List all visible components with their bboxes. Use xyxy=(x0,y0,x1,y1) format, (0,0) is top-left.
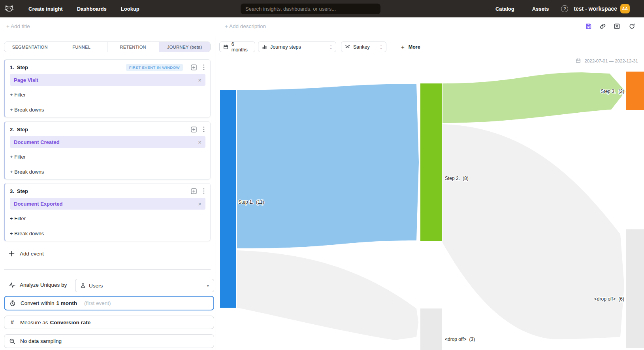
sankey-chart: Step 1.(11) Step 2.(8) Step 3.(2) <drop … xyxy=(215,66,644,350)
help-icon[interactable]: ? xyxy=(561,5,568,12)
step-card-header: 3. Step xyxy=(10,187,205,195)
date-range-button[interactable]: 6 months xyxy=(219,42,255,52)
sankey-link-step1-dropoff[interactable] xyxy=(237,250,418,340)
sankey-label-dropoff-3: <drop off>(3) xyxy=(445,337,475,342)
workspace-name[interactable]: test - workspace xyxy=(574,6,617,12)
zoom-out-icon xyxy=(9,338,15,344)
calendar-icon xyxy=(576,58,581,63)
tab-journey[interactable]: JOURNEY (beta) xyxy=(159,42,211,52)
add-breakdown-button[interactable]: + Break downs xyxy=(10,231,205,236)
refresh-icon[interactable] xyxy=(629,23,635,30)
bar-chart-icon xyxy=(262,44,267,49)
add-filter-button[interactable]: + Filter xyxy=(10,216,205,221)
chart-type-value: Sankey xyxy=(353,44,370,50)
step-number: 1. xyxy=(10,64,14,70)
tab-retention[interactable]: RETENTION xyxy=(107,42,159,52)
step-title: Step xyxy=(17,64,28,70)
tab-segmentation[interactable]: SEGMENTATION xyxy=(4,42,56,52)
insight-type-tabs: SEGMENTATION FUNNEL RETENTION JOURNEY (b… xyxy=(4,42,211,52)
event-chip-label: Document Exported xyxy=(14,201,63,207)
chart-type-select[interactable]: Sankey ⌃⌄ xyxy=(341,42,386,52)
link-icon[interactable] xyxy=(599,23,606,30)
nav-lookup[interactable]: Lookup xyxy=(121,6,139,12)
select-arrows-icon: ⌃⌄ xyxy=(380,45,382,49)
convert-within-hint: (first event) xyxy=(84,300,111,306)
sankey-label-step1: Step 1.(11) xyxy=(238,199,264,205)
add-step-event-icon[interactable] xyxy=(191,64,197,70)
add-description-button[interactable]: + Add description xyxy=(225,23,266,29)
plus-icon: + xyxy=(401,44,405,50)
measure-as-row[interactable]: # Measure as Conversion rate xyxy=(4,316,214,329)
sankey-node-step2[interactable] xyxy=(420,83,442,241)
event-chip[interactable]: Document Created × xyxy=(10,136,205,148)
sankey-node-step1[interactable] xyxy=(220,90,236,308)
add-event-button[interactable]: Add event xyxy=(9,251,44,257)
event-chip-label: Page Visit xyxy=(14,77,38,83)
step-menu-icon[interactable] xyxy=(203,188,205,194)
activity-icon xyxy=(9,282,15,288)
sankey-label-step2: Step 2.(8) xyxy=(445,176,469,181)
remove-event-icon[interactable]: × xyxy=(198,139,201,145)
select-arrows-icon: ⌃⌄ xyxy=(330,45,332,49)
chart-panel: 6 months Journey steps ⌃⌄ Sankey ⌃⌄ + Mo… xyxy=(215,36,644,350)
add-step-event-icon[interactable] xyxy=(191,127,197,132)
sankey-link-step1-step2[interactable] xyxy=(237,84,419,248)
nav-create-insight[interactable]: Create insight xyxy=(28,6,63,12)
first-event-badge: FIRST EVENT IN WINDOW xyxy=(126,64,183,71)
remove-event-icon[interactable]: × xyxy=(198,77,201,83)
analyze-by-label-group: Analyze Uniques by xyxy=(9,282,67,288)
sankey-label-dropoff-6: <drop off>(6) xyxy=(594,296,624,302)
step-menu-icon[interactable] xyxy=(203,64,205,70)
more-options-button[interactable]: + More xyxy=(401,42,420,52)
cat-logo-icon[interactable] xyxy=(4,4,14,13)
nav-assets[interactable]: Assets xyxy=(532,6,549,12)
tab-funnel[interactable]: FUNNEL xyxy=(56,42,108,52)
chart-date-range-label: 2022-07-01 — 2022-12-31 xyxy=(584,59,638,63)
conversion-window-row[interactable]: Convert within 1 month (first event) xyxy=(4,296,214,310)
save-icon[interactable] xyxy=(585,23,592,30)
more-label: More xyxy=(409,44,420,50)
data-sampling-label: No data sampling xyxy=(20,338,62,344)
add-filter-button[interactable]: + Filter xyxy=(10,154,205,160)
add-event-label: Add event xyxy=(20,251,44,257)
timer-icon xyxy=(9,300,16,306)
nav-dashboards[interactable]: Dashboards xyxy=(77,6,107,12)
analyze-by-select[interactable]: Users ▾ xyxy=(75,279,214,292)
add-step-event-icon[interactable] xyxy=(191,188,197,194)
convert-within-prefix: Convert within xyxy=(21,300,55,306)
section-divider xyxy=(4,269,211,270)
search-input[interactable] xyxy=(241,4,380,14)
sankey-node-step3[interactable] xyxy=(626,72,644,110)
remove-event-icon[interactable]: × xyxy=(198,201,201,207)
nav-catalog[interactable]: Catalog xyxy=(495,6,514,12)
event-chip[interactable]: Page Visit × xyxy=(10,74,205,86)
add-title-button[interactable]: + Add title xyxy=(6,23,30,29)
step-number: 2. xyxy=(10,127,14,132)
data-sampling-row[interactable]: No data sampling xyxy=(4,334,214,348)
analyze-by-value: Users xyxy=(89,283,103,289)
sankey-node-dropoff-6[interactable] xyxy=(626,229,644,348)
calendar-icon xyxy=(223,44,228,49)
group-by-select[interactable]: Journey steps ⌃⌄ xyxy=(258,42,336,52)
clear-insight-icon[interactable] xyxy=(614,23,620,30)
event-chip-label: Document Created xyxy=(14,139,60,145)
add-filter-button[interactable]: + Filter xyxy=(10,92,205,98)
measure-as-value: Conversion rate xyxy=(50,320,91,325)
app-window: Create insight Dashboards Lookup Catalog… xyxy=(0,0,644,350)
step-menu-icon[interactable] xyxy=(203,126,205,132)
top-navbar: Create insight Dashboards Lookup Catalog… xyxy=(0,0,644,17)
analyze-by-label: Analyze Uniques by xyxy=(20,282,67,288)
user-icon xyxy=(80,283,86,288)
step-card-header: 2. Step xyxy=(10,126,205,133)
step-title: Step xyxy=(17,188,28,194)
add-breakdown-button[interactable]: + Break downs xyxy=(10,107,205,113)
sankey-link-step2-dropoff[interactable] xyxy=(443,124,624,339)
convert-within-value: 1 month xyxy=(56,300,77,306)
sankey-link-step2-step3[interactable] xyxy=(443,72,625,123)
sankey-label-step3: Step 3.(2) xyxy=(601,89,624,94)
event-chip[interactable]: Document Exported × xyxy=(10,198,205,210)
avatar[interactable]: AA xyxy=(620,4,630,13)
sankey-node-dropoff-3[interactable] xyxy=(420,308,442,350)
add-breakdown-button[interactable]: + Break downs xyxy=(10,169,205,175)
hash-icon: # xyxy=(9,319,15,325)
